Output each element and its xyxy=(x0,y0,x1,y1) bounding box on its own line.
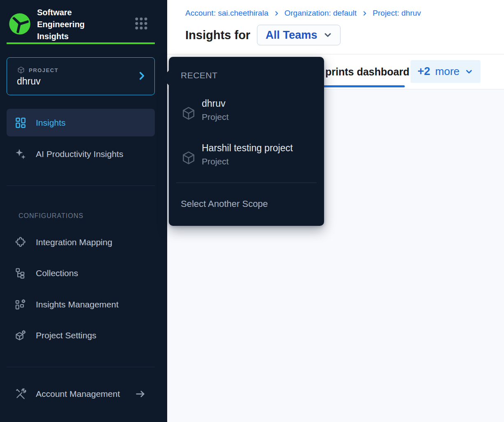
app-grid-icon[interactable] xyxy=(133,16,149,31)
dashboard-gear-icon xyxy=(14,298,27,311)
header-divider xyxy=(167,54,504,54)
puzzle-icon xyxy=(14,236,27,249)
sidebar-item-integration-mapping[interactable]: Integration Mapping xyxy=(7,231,155,254)
sidebar-divider xyxy=(7,185,155,186)
chevron-right-icon xyxy=(136,70,147,81)
sidebar-item-label: Project Settings xyxy=(36,331,96,340)
sidebar-item-label: Integration Mapping xyxy=(36,237,112,247)
cube-gear-icon xyxy=(14,329,27,342)
sidebar-item-label: Insights xyxy=(36,118,65,128)
tools-icon xyxy=(14,388,27,400)
sidebar-item-insights-management[interactable]: Insights Management xyxy=(7,293,155,316)
tab-sprints-dashboard[interactable]: prints dashboard xyxy=(325,66,409,78)
dashboard-icon xyxy=(14,117,27,129)
sidebar-item-collections[interactable]: Collections xyxy=(7,262,155,285)
configurations-section-header: CONFIGURATIONS xyxy=(19,212,84,220)
breadcrumb-organization[interactable]: Organization: default xyxy=(285,9,357,18)
sidebar-item-account-management[interactable]: Account Management xyxy=(7,382,155,406)
more-tabs-button[interactable]: +2 more xyxy=(411,60,481,83)
project-scope-selector[interactable]: PROJECT dhruv xyxy=(7,57,155,95)
popover-arrow xyxy=(162,70,169,85)
sidebar-item-project-settings[interactable]: Project Settings xyxy=(7,324,155,347)
cube-icon xyxy=(181,150,196,166)
scope-item-type: Project xyxy=(202,157,229,166)
sidebar-item-label: Collections xyxy=(36,268,78,278)
recent-section-header: RECENT xyxy=(181,70,217,80)
sidebar-item-label: Insights Management xyxy=(36,300,119,309)
sidebar: Software Engineering Insights PROJECT dh… xyxy=(0,0,167,422)
sidebar-item-label: AI Productivity Insights xyxy=(36,149,123,159)
project-scope-name: dhruv xyxy=(17,76,41,87)
chevron-down-icon xyxy=(464,67,474,76)
hierarchy-icon xyxy=(14,267,27,279)
sparkles-icon xyxy=(14,148,27,160)
team-selector-button[interactable]: All Teams xyxy=(257,25,341,45)
sidebar-item-ai-productivity[interactable]: AI Productivity Insights xyxy=(7,143,155,166)
sidebar-header: Software Engineering Insights xyxy=(7,9,155,39)
select-another-scope-action[interactable]: Select Another Scope xyxy=(181,199,268,209)
breadcrumb-project[interactable]: Project: dhruv xyxy=(373,9,421,18)
arrow-right-icon xyxy=(135,388,146,400)
sei-logo-icon xyxy=(8,12,31,35)
brand-accent-rule xyxy=(7,42,155,44)
breadcrumb: Account: sai.cheethirala Organization: d… xyxy=(185,9,421,18)
app-title: Software Engineering Insights xyxy=(37,7,103,42)
breadcrumb-account[interactable]: Account: sai.cheethirala xyxy=(185,9,268,18)
scope-item-type: Project xyxy=(202,112,229,122)
more-tabs-label: more xyxy=(435,65,460,78)
recent-scope-dhruv[interactable]: dhruv Project xyxy=(175,97,318,130)
scope-item-name: Harshil testing project xyxy=(202,143,293,154)
recent-scope-harshil-testing-project[interactable]: Harshil testing project Project xyxy=(175,142,318,175)
cube-icon xyxy=(181,106,196,121)
chevron-right-icon xyxy=(362,10,368,16)
chevron-down-icon xyxy=(323,30,333,40)
more-tabs-count: +2 xyxy=(418,65,430,78)
chevron-right-icon xyxy=(273,10,280,16)
sidebar-divider xyxy=(7,367,155,367)
page-title: Insights for xyxy=(185,28,250,42)
sidebar-item-insights[interactable]: Insights xyxy=(7,109,155,136)
scope-item-name: dhruv xyxy=(202,98,226,109)
project-scope-label: PROJECT xyxy=(29,67,58,73)
popover-divider xyxy=(176,183,317,183)
team-selector-value: All Teams xyxy=(266,29,317,42)
scope-popover: RECENT dhruv Project Harshil testing pro… xyxy=(169,57,324,226)
sidebar-item-label: Account Management xyxy=(36,389,120,399)
cube-icon xyxy=(17,66,25,74)
